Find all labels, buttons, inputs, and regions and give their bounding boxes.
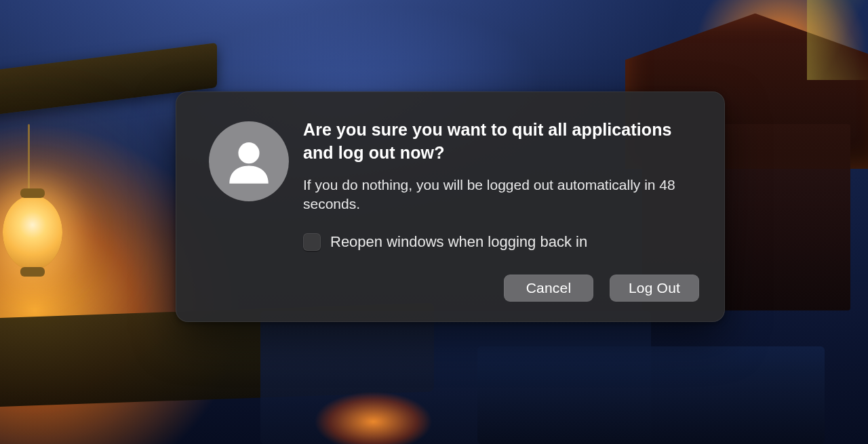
dialog-content: Are you sure you want to quit all applic… bbox=[296, 119, 699, 302]
user-silhouette-icon bbox=[209, 121, 289, 201]
dialog-avatar-container bbox=[201, 119, 296, 302]
reopen-windows-label: Reopen windows when logging back in bbox=[330, 233, 587, 251]
dialog-button-row: Cancel Log Out bbox=[303, 264, 699, 302]
dialog-message: If you do nothing, you will be logged ou… bbox=[303, 176, 699, 215]
logout-dialog: Are you sure you want to quit all applic… bbox=[176, 92, 725, 322]
cancel-button[interactable]: Cancel bbox=[504, 275, 593, 302]
reopen-windows-checkbox[interactable] bbox=[303, 233, 321, 251]
logout-button[interactable]: Log Out bbox=[610, 275, 699, 302]
svg-point-0 bbox=[238, 142, 259, 163]
dialog-title: Are you sure you want to quit all applic… bbox=[303, 119, 699, 165]
reopen-windows-row: Reopen windows when logging back in bbox=[303, 233, 699, 251]
